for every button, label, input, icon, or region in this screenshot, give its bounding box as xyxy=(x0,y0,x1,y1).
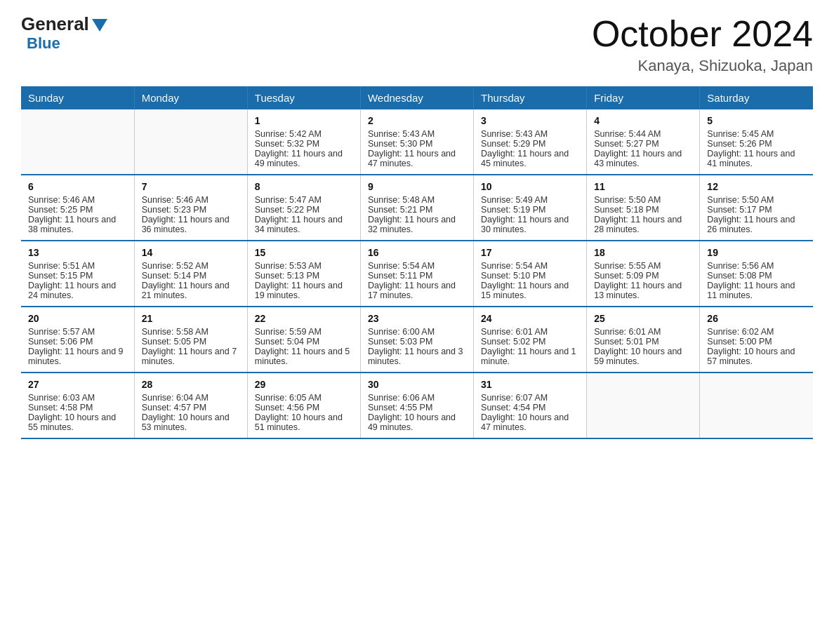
calendar-cell: 21 Sunrise: 5:58 AM Sunset: 5:05 PM Dayl… xyxy=(134,307,247,373)
daylight-text: Daylight: 11 hours and 5 minutes. xyxy=(255,347,350,366)
day-number: 8 xyxy=(255,181,353,192)
day-number: 30 xyxy=(368,379,466,390)
sunset-text: Sunset: 4:56 PM xyxy=(255,403,319,412)
daylight-text: Daylight: 11 hours and 7 minutes. xyxy=(142,347,237,366)
day-number: 15 xyxy=(255,247,353,258)
sunrise-text: Sunrise: 6:07 AM xyxy=(481,393,548,403)
sunrise-text: Sunrise: 6:00 AM xyxy=(368,327,435,337)
sunrise-text: Sunrise: 5:49 AM xyxy=(481,195,548,205)
calendar-cell xyxy=(700,373,813,438)
calendar-cell: 11 Sunrise: 5:50 AM Sunset: 5:18 PM Dayl… xyxy=(587,175,700,241)
sunset-text: Sunset: 5:30 PM xyxy=(368,139,432,149)
sunrise-text: Sunrise: 5:54 AM xyxy=(481,261,548,271)
calendar-cell: 3 Sunrise: 5:43 AM Sunset: 5:29 PM Dayli… xyxy=(474,109,587,175)
sunset-text: Sunset: 4:55 PM xyxy=(368,403,432,412)
calendar-cell: 14 Sunrise: 5:52 AM Sunset: 5:14 PM Dayl… xyxy=(134,241,247,307)
sunset-text: Sunset: 5:14 PM xyxy=(142,271,206,281)
sunset-text: Sunset: 5:22 PM xyxy=(255,205,319,215)
day-number: 26 xyxy=(707,313,806,324)
sunset-text: Sunset: 5:23 PM xyxy=(142,205,206,215)
sunrise-text: Sunrise: 5:46 AM xyxy=(28,195,95,205)
calendar-cell: 2 Sunrise: 5:43 AM Sunset: 5:30 PM Dayli… xyxy=(360,109,473,175)
daylight-text: Daylight: 10 hours and 53 minutes. xyxy=(142,412,230,432)
col-sunday: Sunday xyxy=(21,86,134,109)
daylight-text: Daylight: 11 hours and 1 minute. xyxy=(481,347,576,366)
sunset-text: Sunset: 5:27 PM xyxy=(594,139,658,149)
sunrise-text: Sunrise: 6:02 AM xyxy=(707,327,774,337)
daylight-text: Daylight: 11 hours and 30 minutes. xyxy=(481,215,569,234)
sunset-text: Sunset: 5:18 PM xyxy=(594,205,658,215)
sunrise-text: Sunrise: 6:05 AM xyxy=(255,393,322,403)
sunset-text: Sunset: 5:06 PM xyxy=(28,337,93,347)
calendar-cell: 26 Sunrise: 6:02 AM Sunset: 5:00 PM Dayl… xyxy=(700,307,813,373)
day-number: 9 xyxy=(368,181,466,192)
col-wednesday: Wednesday xyxy=(360,86,473,109)
day-number: 14 xyxy=(142,247,240,258)
page-header: General Blue October 2024 Kanaya, Shizuo… xyxy=(21,14,813,75)
col-tuesday: Tuesday xyxy=(247,86,360,109)
day-number: 16 xyxy=(368,247,466,258)
day-number: 10 xyxy=(481,181,579,192)
sunset-text: Sunset: 5:26 PM xyxy=(707,139,772,149)
daylight-text: Daylight: 11 hours and 3 minutes. xyxy=(368,347,463,366)
calendar-cell: 23 Sunrise: 6:00 AM Sunset: 5:03 PM Dayl… xyxy=(360,307,473,373)
day-number: 1 xyxy=(255,115,353,126)
logo-triangle-icon xyxy=(92,16,107,32)
daylight-text: Daylight: 11 hours and 11 minutes. xyxy=(707,281,795,300)
sunset-text: Sunset: 4:58 PM xyxy=(28,403,93,412)
sunset-text: Sunset: 5:04 PM xyxy=(255,337,319,347)
day-number: 17 xyxy=(481,247,579,258)
sunrise-text: Sunrise: 5:55 AM xyxy=(594,261,661,271)
logo-blue-text: Blue xyxy=(27,34,60,53)
day-number: 6 xyxy=(28,181,127,192)
col-monday: Monday xyxy=(134,86,247,109)
sunset-text: Sunset: 4:57 PM xyxy=(142,403,206,412)
calendar-cell: 10 Sunrise: 5:49 AM Sunset: 5:19 PM Dayl… xyxy=(474,175,587,241)
sunset-text: Sunset: 5:03 PM xyxy=(368,337,432,347)
daylight-text: Daylight: 11 hours and 15 minutes. xyxy=(481,281,569,300)
calendar-cell: 29 Sunrise: 6:05 AM Sunset: 4:56 PM Dayl… xyxy=(247,373,360,438)
calendar-cell: 24 Sunrise: 6:01 AM Sunset: 5:02 PM Dayl… xyxy=(474,307,587,373)
calendar-cell: 25 Sunrise: 6:01 AM Sunset: 5:01 PM Dayl… xyxy=(587,307,700,373)
day-number: 20 xyxy=(28,313,127,324)
sunrise-text: Sunrise: 5:59 AM xyxy=(255,327,322,337)
daylight-text: Daylight: 10 hours and 57 minutes. xyxy=(707,347,795,366)
sunrise-text: Sunrise: 5:47 AM xyxy=(255,195,322,205)
sunrise-text: Sunrise: 5:43 AM xyxy=(368,129,435,139)
calendar-cell: 9 Sunrise: 5:48 AM Sunset: 5:21 PM Dayli… xyxy=(360,175,473,241)
sunrise-text: Sunrise: 6:06 AM xyxy=(368,393,435,403)
day-number: 3 xyxy=(481,115,579,126)
daylight-text: Daylight: 10 hours and 55 minutes. xyxy=(28,412,116,432)
day-number: 7 xyxy=(142,181,240,192)
daylight-text: Daylight: 11 hours and 17 minutes. xyxy=(368,281,456,300)
sunrise-text: Sunrise: 5:48 AM xyxy=(368,195,435,205)
day-number: 29 xyxy=(255,379,353,390)
day-number: 24 xyxy=(481,313,579,324)
calendar-cell: 12 Sunrise: 5:50 AM Sunset: 5:17 PM Dayl… xyxy=(700,175,813,241)
title-area: October 2024 Kanaya, Shizuoka, Japan xyxy=(592,14,813,75)
sunset-text: Sunset: 4:54 PM xyxy=(481,403,545,412)
calendar-cell: 4 Sunrise: 5:44 AM Sunset: 5:27 PM Dayli… xyxy=(587,109,700,175)
day-number: 23 xyxy=(368,313,466,324)
sunset-text: Sunset: 5:10 PM xyxy=(481,271,545,281)
daylight-text: Daylight: 11 hours and 49 minutes. xyxy=(255,149,343,168)
day-number: 28 xyxy=(142,379,240,390)
day-number: 25 xyxy=(594,313,692,324)
sunrise-text: Sunrise: 5:50 AM xyxy=(707,195,774,205)
calendar-week-2: 6 Sunrise: 5:46 AM Sunset: 5:25 PM Dayli… xyxy=(21,175,813,241)
calendar-cell: 18 Sunrise: 5:55 AM Sunset: 5:09 PM Dayl… xyxy=(587,241,700,307)
sunset-text: Sunset: 5:19 PM xyxy=(481,205,545,215)
calendar-cell: 31 Sunrise: 6:07 AM Sunset: 4:54 PM Dayl… xyxy=(474,373,587,438)
location-text: Kanaya, Shizuoka, Japan xyxy=(592,57,813,75)
daylight-text: Daylight: 11 hours and 13 minutes. xyxy=(594,281,682,300)
sunrise-text: Sunrise: 5:51 AM xyxy=(28,261,95,271)
calendar-cell: 17 Sunrise: 5:54 AM Sunset: 5:10 PM Dayl… xyxy=(474,241,587,307)
day-number: 2 xyxy=(368,115,466,126)
logo-general-text: General xyxy=(21,14,89,34)
day-number: 5 xyxy=(707,115,806,126)
calendar-body: 1 Sunrise: 5:42 AM Sunset: 5:32 PM Dayli… xyxy=(21,109,813,438)
sunrise-text: Sunrise: 5:53 AM xyxy=(255,261,322,271)
sunset-text: Sunset: 5:17 PM xyxy=(707,205,772,215)
sunrise-text: Sunrise: 5:58 AM xyxy=(142,327,208,337)
calendar-cell: 6 Sunrise: 5:46 AM Sunset: 5:25 PM Dayli… xyxy=(21,175,134,241)
